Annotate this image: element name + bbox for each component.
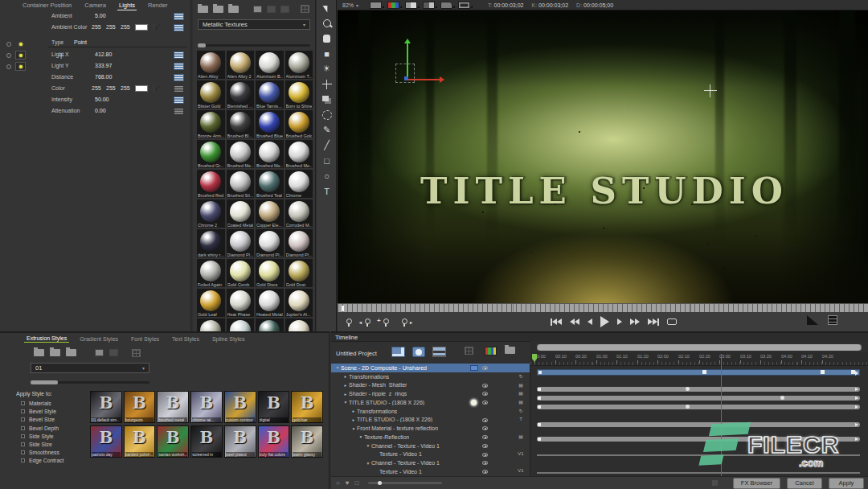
shape-tool-icon[interactable]: ■: [317, 46, 337, 61]
time-ruler[interactable]: 00:00 00:10 00:20 01:00 01:10 01:20 02:0…: [530, 352, 868, 366]
apply-button[interactable]: Apply: [829, 478, 864, 489]
material-item[interactable]: Coated Metal: [227, 199, 255, 228]
material-item[interactable]: Bronze Arm...: [197, 110, 225, 138]
timeline-zoom-slider[interactable]: [368, 482, 442, 484]
timeline-layer-row[interactable]: ▸ Transformations ↻: [331, 407, 530, 416]
visibility-eye-icon[interactable]: [482, 384, 488, 388]
material-item[interactable]: Brushed Blue: [256, 110, 284, 138]
marker-toggle-icon[interactable]: ○: [336, 479, 340, 487]
display-rgb-icon[interactable]: [387, 2, 399, 9]
material-item[interactable]: Foiled Again: [197, 259, 225, 287]
material-item[interactable]: Brushed Bl...: [227, 110, 255, 138]
display-solid-icon[interactable]: [370, 2, 382, 9]
light-position-marker-icon[interactable]: [704, 84, 717, 97]
light-x-value[interactable]: 412.80: [95, 51, 112, 57]
material-item[interactable]: Gold Leaf: [197, 289, 225, 317]
disclosure-triangle-icon[interactable]: ▾: [358, 434, 364, 439]
material-item[interactable]: Heat Phase: [227, 289, 255, 317]
color-swatch[interactable]: [135, 85, 148, 92]
ellipse-tool-icon[interactable]: ○: [317, 168, 337, 183]
new-folder-icon[interactable]: [34, 349, 44, 356]
checkbox-box[interactable]: [21, 450, 25, 454]
fast-forward-button[interactable]: [630, 318, 640, 325]
layer-mode-icon[interactable]: ▤: [515, 382, 526, 388]
disclosure-triangle-icon[interactable]: ▾: [334, 365, 341, 370]
favorite-icon[interactable]: ♥: [346, 479, 350, 487]
checkbox-box[interactable]: [21, 442, 25, 446]
color-swatch[interactable]: [135, 24, 148, 31]
extrusion-preset-item[interactable]: B patriots day: [90, 425, 122, 458]
open-folder-icon[interactable]: [228, 6, 239, 13]
disclosure-triangle-icon[interactable]: ▸: [342, 374, 349, 379]
layer-mode-icon[interactable]: V1: [515, 451, 526, 456]
new-composite-icon[interactable]: [391, 347, 405, 357]
timeline-layer-row[interactable]: Texture - Video 1 V1: [331, 467, 530, 476]
layer-mode-icon[interactable]: ▤: [515, 399, 526, 405]
key-icon[interactable]: [343, 317, 354, 327]
track-duration-bar[interactable]: [537, 437, 860, 442]
animate-toggle-icon[interactable]: [174, 108, 184, 115]
disclosure-triangle-icon[interactable]: ▸: [342, 392, 349, 397]
styles-tab[interactable]: Font Styles: [129, 335, 162, 343]
material-item[interactable]: Brushed Teal: [256, 170, 284, 198]
controls-tab[interactable]: Camera: [83, 1, 108, 10]
visibility-eye-icon[interactable]: [482, 392, 488, 396]
help-icon[interactable]: [711, 479, 719, 487]
eyedropper-icon[interactable]: [153, 84, 154, 92]
material-item[interactable]: Brushed Red: [197, 170, 225, 198]
extrusion-preset-item[interactable]: B warm glassy: [291, 425, 323, 458]
material-item[interactable]: Heated Metal: [256, 289, 284, 317]
visibility-eye-icon[interactable]: [482, 470, 488, 474]
fx-browser-button[interactable]: FX Browser: [733, 478, 780, 489]
select-tool-icon[interactable]: [317, 0, 337, 15]
visibility-eye-icon[interactable]: [482, 453, 488, 457]
grid-options-icon[interactable]: [465, 347, 473, 355]
timeline-horizontal-scrollbar[interactable]: [537, 344, 862, 351]
animate-toggle-icon[interactable]: [174, 63, 184, 70]
visibility-eye-icon[interactable]: [482, 426, 488, 430]
material-item[interactable]: Gold Comb: [227, 259, 255, 287]
checkbox-box[interactable]: [21, 401, 25, 405]
apply-style-checkbox[interactable]: Side Style: [21, 434, 63, 439]
prev-keyframe-icon[interactable]: ◂: [362, 317, 373, 327]
extrusion-preset-item[interactable]: B sanded polish...: [124, 425, 156, 458]
grid-view-icon[interactable]: [301, 5, 309, 13]
visibility-eye-icon[interactable]: [482, 461, 488, 465]
material-item[interactable]: Alien Alloy: [197, 51, 225, 79]
animate-toggle-icon[interactable]: [174, 51, 184, 59]
preset-group-dropdown[interactable]: 01 ▾: [31, 363, 149, 373]
duplicate-tool-icon[interactable]: [317, 92, 337, 107]
disclosure-triangle-icon[interactable]: ▾: [365, 461, 371, 466]
material-item[interactable]: dark shiny r...: [197, 229, 225, 257]
disclosure-triangle-icon[interactable]: ▸: [350, 409, 357, 413]
apply-style-checkbox[interactable]: Bevel Depth: [21, 425, 63, 431]
color-b-value[interactable]: 255: [121, 85, 130, 91]
keyframe-marker[interactable]: [780, 396, 784, 400]
material-item[interactable]: Brushed Me...: [227, 140, 255, 168]
material-category-dropdown[interactable]: Metallic Textures ▾: [198, 19, 310, 30]
animate-toggle-icon[interactable]: [174, 74, 184, 81]
rect-tool-icon[interactable]: □: [317, 153, 337, 168]
timeline-layer-row[interactable]: ▾ Channel - Texture - Video 1: [331, 442, 530, 450]
disclosure-triangle-icon[interactable]: ▸: [350, 417, 357, 422]
material-item[interactable]: Aluminum B...: [256, 51, 284, 79]
keyframe-marker[interactable]: [851, 370, 855, 374]
step-forward-button[interactable]: [617, 318, 622, 325]
play-button[interactable]: [600, 316, 609, 327]
pan-hand-tool-icon[interactable]: [317, 31, 337, 46]
move-preset-icon[interactable]: [95, 349, 104, 356]
display-split-icon[interactable]: [405, 2, 417, 9]
move-tool-icon[interactable]: [317, 76, 337, 92]
visibility-eye-icon[interactable]: [482, 401, 488, 405]
open-folder-icon[interactable]: [50, 349, 60, 356]
timeline-layer-row[interactable]: ▸ Transformations ↻: [331, 372, 530, 381]
monitor-preview-icon[interactable]: [458, 2, 470, 9]
layer-type-icon[interactable]: [471, 400, 477, 405]
layer-mode-icon[interactable]: ▤: [515, 390, 526, 396]
grid-view-icon[interactable]: [132, 349, 141, 357]
checkbox-box[interactable]: [21, 417, 25, 421]
keyframe-marker[interactable]: [702, 370, 706, 374]
render-canvas[interactable]: TITLE STUDIO: [338, 10, 868, 303]
timeline-layer-row[interactable]: ▾ Front Material - texture reflection: [331, 424, 530, 433]
extrusion-preset-item[interactable]: B 01 default sim...: [90, 391, 122, 423]
